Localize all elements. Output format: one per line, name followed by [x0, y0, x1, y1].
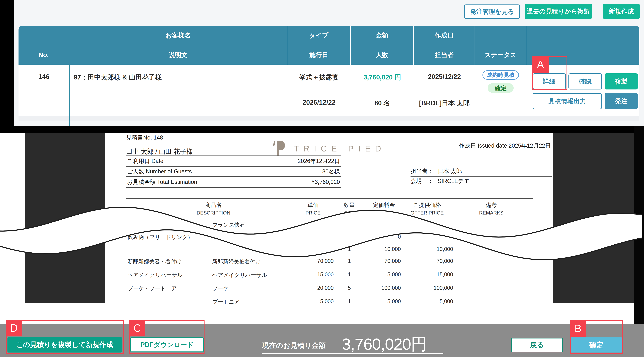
items-header-name: 商品名 DESCRIPTION: [184, 199, 243, 216]
cell-customer: 97：田中太郎様 & 山田花子様: [69, 65, 287, 116]
create-new-button[interactable]: 新規作成: [603, 4, 640, 19]
table-header-row-1: お客様名 タイプ 金額 作成日: [18, 26, 639, 45]
header-guests: 人数: [351, 45, 414, 65]
copy-from-past-estimates-button[interactable]: 過去の見積りから複製: [524, 4, 592, 19]
header-customer: お客様名: [69, 26, 287, 45]
items-header-price: 単価 PRICE: [291, 199, 336, 216]
header-no: No.: [18, 45, 69, 65]
row-no: 146: [18, 73, 69, 80]
document-staff-block: 担当者： 日本 太郎 会場 ： SIRCLEデモ: [410, 167, 552, 186]
annotation-box-d: [6, 320, 124, 354]
cell-no: 146: [18, 65, 69, 116]
items-header-remarks: 備考 REMARKS: [469, 199, 514, 216]
app-canvas: 発注管理を見る 過去の見積りから複製 新規作成 お客様名 タイプ 金額 作成日 …: [0, 0, 644, 357]
item-row: 10,000 1 10,000 10,000: [126, 246, 533, 253]
back-button[interactable]: 戻る: [511, 338, 563, 352]
annotation-label-a: A: [532, 56, 549, 73]
row-customer: 97：田中太郎様 & 山田花子様: [70, 73, 287, 82]
cell-status: 成約時見積 確定: [475, 65, 526, 116]
header-created: 作成日: [414, 26, 475, 45]
header-blank: [18, 26, 69, 45]
duplicate-button[interactable]: 複製: [604, 73, 638, 90]
current-estimate-amount: 3,760,020円: [342, 333, 427, 355]
left-black-strip: [0, 0, 14, 126]
item-row: ブーケ・ブートニア ブーケ 20,000 5 100,000 100,000: [126, 285, 533, 292]
viewer-right-backdrop: [553, 133, 634, 303]
place-order-button[interactable]: 発注: [604, 93, 638, 109]
header-type: タイプ: [287, 26, 351, 45]
staff-value: 日本 太郎: [438, 167, 462, 175]
cell-amount: 3,760,020 円 80 名: [351, 65, 414, 116]
header-blank: [526, 26, 639, 45]
document-issued-date: 作成日 Issued date 2025年12月22日: [388, 142, 551, 150]
view-order-management-button[interactable]: 発注管理を見る: [464, 5, 520, 19]
cell-created: 2025/12/22 [BRDL]日本 太郎: [414, 65, 475, 116]
column-accent-line: [69, 65, 70, 126]
row-amount: 3,760,020 円: [351, 73, 414, 82]
header-manager: 担当者: [414, 45, 475, 65]
items-table-header: 商品名 DESCRIPTION 単価 PRICE 数量 QTY 定価料金 ご提供…: [126, 199, 533, 217]
staff-row: 担当者： 日本 太郎: [410, 167, 552, 177]
info-label: ご利用日 Date: [127, 157, 164, 165]
document-info-table: ご利用日 Date 2026年12月22日 ご人数 Number of Gues…: [126, 156, 341, 188]
status-badge-confirmed: 確定: [488, 83, 514, 93]
header-description: 説明文: [69, 45, 287, 65]
row-manager: [BRDL]日本 太郎: [414, 99, 475, 108]
status-pill-contract-estimate: 成約時見積: [482, 70, 519, 80]
next-row-partial: [18, 116, 639, 121]
annotation-label-b: B: [570, 320, 586, 337]
item-row: 新郎新婦美容・着付け 新郎新婦美粧着付け 70,000 1 70,000 70,…: [126, 258, 533, 265]
info-label: お見積金額 Total Estimation: [127, 178, 197, 186]
header-amount: 金額: [351, 26, 414, 45]
document-number: 見積書No. 148: [126, 134, 163, 141]
item-row: ブートニア 5,000 1 5,000 5,000: [126, 298, 533, 305]
annotation-label-d: D: [6, 320, 22, 336]
separator-band: [0, 126, 644, 133]
item-row: フランス懐石: [126, 221, 533, 229]
info-value: 2026年12月22日: [298, 157, 340, 165]
info-row-guests: ご人数 Number of Guests 80名様: [126, 166, 341, 176]
document-items-table: 商品名 DESCRIPTION 単価 PRICE 数量 QTY 定価料金 ご提供…: [126, 198, 534, 303]
row-type: 挙式＋披露宴: [287, 73, 351, 82]
logo-text: TRICE PIED: [294, 144, 386, 153]
info-value: ¥3,760,020: [312, 179, 340, 185]
info-value: 80名様: [322, 168, 340, 175]
amount-underline: [262, 353, 443, 354]
items-header-qty: 数量 QTY: [334, 199, 364, 216]
document-customer-names: 田中 太郎 / 山田 花子様: [126, 147, 193, 156]
export-estimate-info-button[interactable]: 見積情報出力: [533, 93, 602, 109]
row-created: 2025/12/22: [414, 73, 475, 80]
item-row: 飲み物（フリードリンク） 0: [126, 234, 533, 241]
venue-row: 会場 ： SIRCLEデモ: [410, 177, 552, 186]
row-guests: 80 名: [351, 99, 414, 108]
items-header-list-price: 定価料金: [362, 199, 406, 209]
venue-value: SIRCLEデモ: [438, 177, 470, 185]
cell-type: 挙式＋披露宴 2026/12/22: [287, 65, 351, 116]
header-event-date: 施行日: [287, 45, 351, 65]
info-label: ご人数 Number of Guests: [127, 168, 192, 175]
item-row: ヘアメイクリハーサル ヘアメイクリハーサル 15,000 1 15,000 15…: [126, 271, 533, 279]
info-row-total: お見積金額 Total Estimation ¥3,760,020: [126, 176, 341, 187]
header-status: ステータス: [475, 45, 526, 65]
items-header-offer-price: ご提供価格 OFFER PRICE: [405, 199, 450, 216]
row-event-date: 2026/12/22: [287, 99, 351, 106]
info-row-date: ご利用日 Date 2026年12月22日: [126, 156, 341, 166]
confirm-button[interactable]: 確認: [568, 73, 602, 90]
header-blank: [475, 26, 526, 45]
viewer-left-backdrop: [25, 133, 105, 303]
current-estimate-label: 現在のお見積り金額: [262, 341, 326, 350]
logo-p-mark-icon: [273, 140, 286, 157]
annotation-label-c: C: [129, 320, 146, 336]
right-black-strip: [634, 126, 644, 324]
staff-label: 担当者：: [410, 167, 433, 175]
venue-label: 会場 ：: [410, 177, 433, 185]
